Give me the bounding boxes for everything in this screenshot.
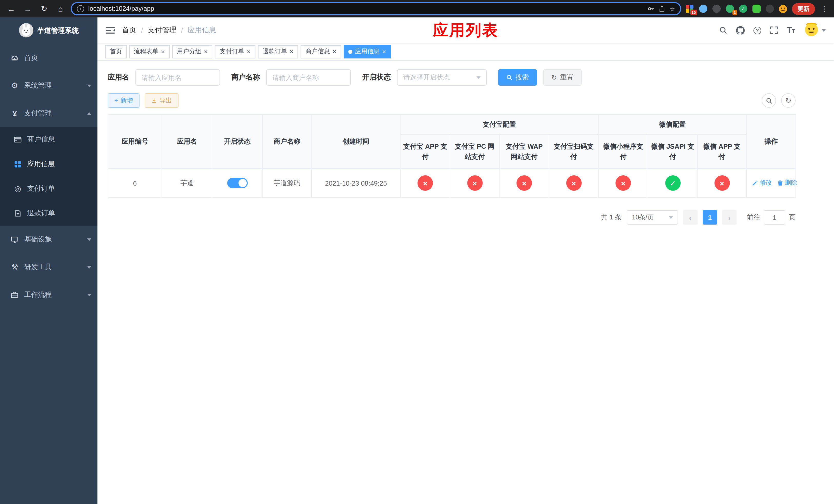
browser-home-button[interactable]: ⌂ xyxy=(54,3,67,15)
tab-app-info[interactable]: 应用信息× xyxy=(344,45,391,58)
col-group-wechat: 微信配置 xyxy=(598,115,747,135)
sidebar-item-workflow[interactable]: 工作流程 xyxy=(0,281,97,308)
sidebar-item-pay-order[interactable]: ◎ 支付订单 xyxy=(0,176,97,201)
toggle-search-button[interactable] xyxy=(762,93,776,108)
search-button[interactable]: 搜索 xyxy=(498,69,537,86)
sidebar-item-label: 退款订单 xyxy=(27,209,55,218)
tab-merchant-info[interactable]: 商户信息× xyxy=(301,45,341,58)
logo-title: 芋道管理系统 xyxy=(37,26,79,36)
tab-close-icon[interactable]: × xyxy=(382,48,386,55)
extension-avatar-icon[interactable]: 1 xyxy=(725,4,734,13)
col-header-wx-jsapi: 微信 JSAPI 支付 xyxy=(648,135,697,168)
browser-update-button[interactable]: 更新 xyxy=(792,3,815,15)
tab-process-form[interactable]: 流程表单× xyxy=(129,45,170,58)
search-icon[interactable] xyxy=(719,26,727,35)
tab-close-icon[interactable]: × xyxy=(333,48,336,55)
cell-app-id: 6 xyxy=(108,168,162,198)
extension-puzzle-icon[interactable] xyxy=(765,4,774,13)
github-icon[interactable] xyxy=(736,26,745,35)
disabled-status-icon: × xyxy=(714,175,730,191)
status-toggle[interactable] xyxy=(227,178,247,188)
font-size-icon[interactable]: TT xyxy=(787,26,795,35)
fullscreen-icon[interactable] xyxy=(770,26,778,35)
tab-close-icon[interactable]: × xyxy=(161,48,165,55)
download-icon xyxy=(151,98,157,103)
extension-drop-icon[interactable] xyxy=(699,4,707,13)
yen-icon: ¥ xyxy=(10,109,19,118)
breadcrumb: 首页 / 支付管理 / 应用信息 xyxy=(122,26,216,35)
breadcrumb-separator: / xyxy=(181,26,183,35)
browser-forward-button[interactable]: → xyxy=(22,3,34,15)
breadcrumb-section[interactable]: 支付管理 xyxy=(148,26,176,35)
reset-button[interactable]: ↻ 重置 xyxy=(543,69,581,86)
user-avatar[interactable] xyxy=(804,22,819,39)
sidebar-item-payment[interactable]: ¥ 支付管理 xyxy=(0,99,97,127)
help-icon[interactable]: ? xyxy=(753,26,761,34)
sidebar-collapse-icon[interactable] xyxy=(106,26,115,35)
browser-profile-avatar[interactable] xyxy=(778,4,787,13)
extension-dark-icon[interactable] xyxy=(712,4,721,13)
col-header-app-id: 应用编号 xyxy=(108,115,162,168)
tools-icon: ⚒ xyxy=(10,262,19,272)
app-name-input[interactable] xyxy=(135,69,220,86)
prev-page-button[interactable]: ‹ xyxy=(683,210,698,225)
pagination: 共 1 条 10条/页 ‹ 1 › 前往 页 xyxy=(108,210,795,225)
browser-back-button[interactable]: ← xyxy=(5,3,18,15)
screen: ← → ↻ ⌂ i localhost:1024/pay/app ☆ 10 xyxy=(0,0,834,504)
sidebar-item-infrastructure[interactable]: 基础设施 xyxy=(0,226,97,253)
sidebar-item-system[interactable]: ⚙ 系统管理 xyxy=(0,72,97,99)
refresh-table-button[interactable]: ↻ xyxy=(781,93,795,108)
sidebar-item-refund-order[interactable]: 退款订单 xyxy=(0,201,97,226)
tab-refund-order[interactable]: 退款订单× xyxy=(258,45,298,58)
col-header-status: 开启状态 xyxy=(212,115,262,168)
chevron-down-icon xyxy=(87,84,91,89)
delete-button[interactable]: 删除 xyxy=(777,179,797,187)
password-key-icon[interactable] xyxy=(647,5,655,12)
app-table: 应用编号 应用名 开启状态 商户名称 创建时间 支付宝配置 微信配置 操作 支付… xyxy=(108,114,796,198)
add-button[interactable]: + 新增 xyxy=(108,93,139,108)
share-icon[interactable] xyxy=(659,5,665,12)
sidebar-item-app-info[interactable]: 应用信息 xyxy=(0,152,97,176)
user-menu[interactable] xyxy=(804,22,826,39)
edit-button[interactable]: 修改 xyxy=(752,179,772,187)
address-bar[interactable]: i localhost:1024/pay/app ☆ xyxy=(71,2,681,15)
breadcrumb-current: 应用信息 xyxy=(188,26,216,35)
tab-close-icon[interactable]: × xyxy=(204,48,208,55)
tab-home[interactable]: 首页 xyxy=(105,45,127,58)
col-header-alipay-app: 支付宝 APP 支付 xyxy=(400,135,450,168)
current-page-button[interactable]: 1 xyxy=(703,210,717,225)
cell-create-time: 2021-10-23 08:49:25 xyxy=(312,168,400,198)
extension-wechat-icon[interactable]: ✓ xyxy=(739,4,747,13)
sidebar-logo[interactable]: 芋道管理系统 xyxy=(0,18,97,44)
browser-reload-button[interactable]: ↻ xyxy=(38,3,50,15)
col-header-alipay-wap: 支付宝 WAP 网站支付 xyxy=(499,135,549,168)
extension-grid-icon[interactable]: 10 xyxy=(685,4,694,13)
cell-app-name: 芋道 xyxy=(162,168,212,198)
breadcrumb-home[interactable]: 首页 xyxy=(122,26,136,35)
site-info-icon[interactable]: i xyxy=(77,5,84,12)
tab-close-icon[interactable]: × xyxy=(290,48,294,55)
sidebar-item-devtools[interactable]: ⚒ 研发工具 xyxy=(0,253,97,281)
disabled-status-icon: × xyxy=(517,175,532,191)
extension-chat-icon[interactable] xyxy=(752,4,761,13)
goto-page-input[interactable] xyxy=(764,210,785,225)
browser-menu-icon[interactable]: ⋮ xyxy=(820,5,829,13)
col-header-app-name: 应用名 xyxy=(162,115,212,168)
sidebar-item-label: 系统管理 xyxy=(24,81,52,90)
pencil-icon xyxy=(752,180,758,186)
url-text[interactable]: localhost:1024/pay/app xyxy=(88,5,643,12)
sidebar-item-merchant-info[interactable]: 商户信息 xyxy=(0,127,97,152)
goto-label: 前往 xyxy=(747,213,760,222)
sidebar-item-home[interactable]: 首页 xyxy=(0,44,97,72)
bookmark-star-icon[interactable]: ☆ xyxy=(670,5,675,13)
tab-user-group[interactable]: 用户分组× xyxy=(172,45,212,58)
tab-close-icon[interactable]: × xyxy=(247,48,250,55)
page-size-select[interactable]: 10条/页 xyxy=(627,210,678,225)
merchant-name-input[interactable] xyxy=(266,69,351,86)
status-select[interactable]: 请选择开启状态 xyxy=(397,69,487,86)
tab-pay-order[interactable]: 支付订单× xyxy=(215,45,255,58)
dashboard-icon xyxy=(10,54,19,62)
next-page-button[interactable]: › xyxy=(722,210,737,225)
extension-avatar-badge: 1 xyxy=(732,10,737,15)
export-button[interactable]: 导出 xyxy=(145,93,178,108)
